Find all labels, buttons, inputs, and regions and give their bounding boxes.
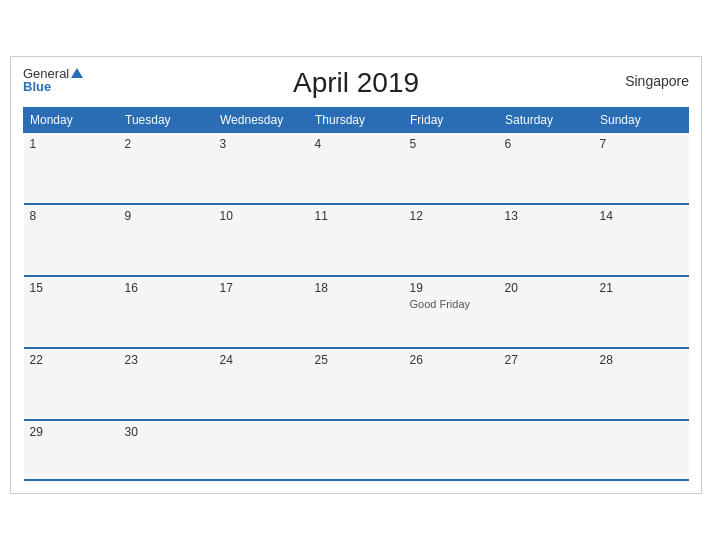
table-row: 2 — [119, 132, 214, 204]
header-saturday: Saturday — [499, 107, 594, 132]
day-number: 25 — [315, 353, 398, 367]
calendar-table: Monday Tuesday Wednesday Thursday Friday… — [23, 107, 689, 482]
day-number: 27 — [505, 353, 588, 367]
day-number: 17 — [220, 281, 303, 295]
logo-triangle-icon — [71, 68, 83, 78]
day-number: 22 — [30, 353, 113, 367]
table-row: 4 — [309, 132, 404, 204]
logo: General Blue — [23, 67, 83, 93]
table-row: 8 — [24, 204, 119, 276]
table-row: 20 — [499, 276, 594, 348]
logo-blue-text: Blue — [23, 80, 83, 93]
table-row: 15 — [24, 276, 119, 348]
table-row — [594, 420, 689, 480]
table-row: 23 — [119, 348, 214, 420]
table-row: 9 — [119, 204, 214, 276]
day-number: 9 — [125, 209, 208, 223]
header-thursday: Thursday — [309, 107, 404, 132]
day-number: 13 — [505, 209, 588, 223]
day-number: 6 — [505, 137, 588, 151]
table-row: 30 — [119, 420, 214, 480]
holiday-label: Good Friday — [410, 298, 471, 310]
table-row: 24 — [214, 348, 309, 420]
day-number: 20 — [505, 281, 588, 295]
calendar-header: General Blue April 2019 Singapore — [23, 67, 689, 99]
table-row: 19Good Friday — [404, 276, 499, 348]
calendar-week-row: 891011121314 — [24, 204, 689, 276]
table-row: 6 — [499, 132, 594, 204]
header-sunday: Sunday — [594, 107, 689, 132]
day-number: 16 — [125, 281, 208, 295]
table-row: 10 — [214, 204, 309, 276]
table-row: 21 — [594, 276, 689, 348]
day-number: 2 — [125, 137, 208, 151]
table-row: 7 — [594, 132, 689, 204]
table-row — [214, 420, 309, 480]
table-row: 5 — [404, 132, 499, 204]
day-number: 29 — [30, 425, 113, 439]
calendar-week-row: 22232425262728 — [24, 348, 689, 420]
day-number: 21 — [600, 281, 683, 295]
day-number: 23 — [125, 353, 208, 367]
header-monday: Monday — [24, 107, 119, 132]
weekday-header-row: Monday Tuesday Wednesday Thursday Friday… — [24, 107, 689, 132]
day-number: 7 — [600, 137, 683, 151]
day-number: 12 — [410, 209, 493, 223]
day-number: 19 — [410, 281, 493, 295]
logo-general-text: General — [23, 67, 69, 80]
month-title: April 2019 — [293, 67, 419, 99]
header-wednesday: Wednesday — [214, 107, 309, 132]
day-number: 10 — [220, 209, 303, 223]
calendar-week-row: 1234567 — [24, 132, 689, 204]
day-number: 3 — [220, 137, 303, 151]
table-row: 22 — [24, 348, 119, 420]
table-row — [404, 420, 499, 480]
day-number: 1 — [30, 137, 113, 151]
table-row: 18 — [309, 276, 404, 348]
table-row: 28 — [594, 348, 689, 420]
day-number: 4 — [315, 137, 398, 151]
day-number: 5 — [410, 137, 493, 151]
day-number: 8 — [30, 209, 113, 223]
header-tuesday: Tuesday — [119, 107, 214, 132]
table-row: 26 — [404, 348, 499, 420]
day-number: 30 — [125, 425, 208, 439]
header-friday: Friday — [404, 107, 499, 132]
table-row — [499, 420, 594, 480]
day-number: 15 — [30, 281, 113, 295]
day-number: 14 — [600, 209, 683, 223]
table-row: 11 — [309, 204, 404, 276]
day-number: 18 — [315, 281, 398, 295]
calendar-week-row: 2930 — [24, 420, 689, 480]
day-number: 11 — [315, 209, 398, 223]
calendar-container: General Blue April 2019 Singapore Monday… — [10, 56, 702, 495]
table-row: 27 — [499, 348, 594, 420]
table-row: 29 — [24, 420, 119, 480]
table-row: 16 — [119, 276, 214, 348]
table-row: 12 — [404, 204, 499, 276]
day-number: 26 — [410, 353, 493, 367]
table-row: 25 — [309, 348, 404, 420]
table-row: 17 — [214, 276, 309, 348]
table-row — [309, 420, 404, 480]
table-row: 1 — [24, 132, 119, 204]
table-row: 3 — [214, 132, 309, 204]
calendar-week-row: 1516171819Good Friday2021 — [24, 276, 689, 348]
day-number: 24 — [220, 353, 303, 367]
day-number: 28 — [600, 353, 683, 367]
table-row: 13 — [499, 204, 594, 276]
country-label: Singapore — [625, 73, 689, 89]
table-row: 14 — [594, 204, 689, 276]
